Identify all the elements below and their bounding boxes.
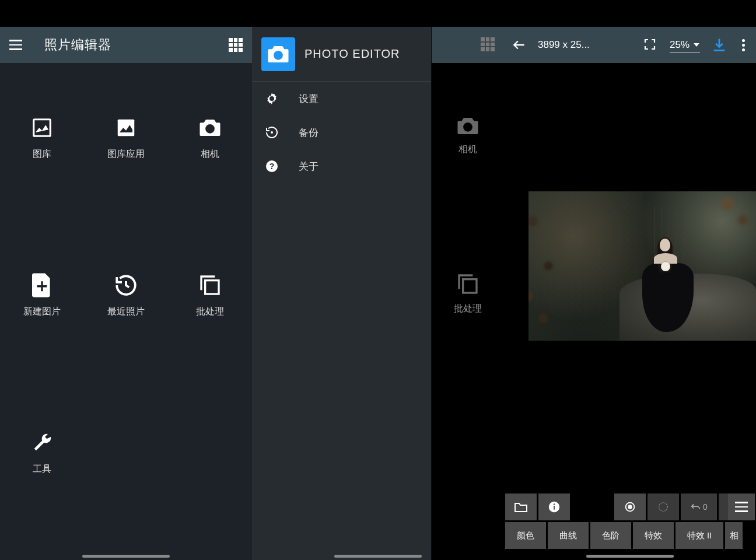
wrench-icon	[30, 430, 54, 455]
recent-label: 最近照片	[107, 306, 145, 318]
camera-button[interactable]: 相机	[168, 116, 252, 273]
svg-point-15	[628, 505, 632, 509]
gallery-icon	[30, 116, 54, 140]
svg-point-6	[274, 50, 283, 60]
svg-rect-3	[205, 281, 219, 294]
home-panel: 照片编辑器 图库 图库应用 相机 新建图片	[0, 0, 252, 560]
new-image-button[interactable]: 新建图片	[0, 273, 84, 430]
info-button[interactable]	[538, 494, 570, 520]
more-menu-button[interactable]	[736, 39, 750, 51]
svg-text:?: ?	[270, 162, 275, 171]
tab-effects2[interactable]: 特效 II	[676, 522, 723, 549]
batch-icon	[456, 272, 480, 296]
menu-icon[interactable]	[9, 37, 26, 53]
recent-button[interactable]: 最近照片	[84, 273, 168, 430]
home-toolbar: 照片编辑器	[0, 27, 252, 63]
batch-icon	[198, 273, 222, 298]
tab-color[interactable]: 颜色	[505, 522, 546, 549]
apps-grid-icon[interactable]	[229, 38, 243, 52]
chevron-down-icon	[693, 41, 700, 48]
gallery-app-label: 图库应用	[107, 148, 145, 160]
svg-point-4	[463, 123, 473, 132]
home-grid: 图库 图库应用 相机 新建图片 最近照片	[0, 63, 252, 560]
brightness-button[interactable]	[648, 494, 679, 520]
batch-button[interactable]: 批处理	[168, 273, 252, 430]
editor-panel: 3899 x 25... 25%	[504, 0, 756, 560]
bg-batch-item: 批处理	[454, 272, 482, 315]
drawer-header: PHOTO EDITOR	[252, 27, 431, 82]
drawer-panel: 相机 批处理 PHOTO EDITOR 设置 备份 ?	[252, 0, 504, 560]
batch-label: 批处理	[196, 306, 224, 318]
about-label: 关于	[299, 160, 318, 173]
svg-rect-5	[463, 279, 477, 293]
new-image-label: 新建图片	[23, 306, 61, 318]
svg-rect-12	[554, 506, 555, 509]
menu-fab-button[interactable]	[728, 494, 755, 520]
backup-item[interactable]: 备份	[252, 116, 431, 149]
camera-label: 相机	[201, 148, 219, 160]
svg-point-13	[554, 503, 555, 505]
canvas-area[interactable]	[504, 63, 756, 469]
settings-label: 设置	[299, 92, 318, 106]
tool-row-tabs: 颜色 曲线 色阶 特效 特效 II 相	[505, 522, 755, 549]
image-dimensions: 3899 x 25...	[538, 39, 590, 51]
gallery-app-button[interactable]: 图库应用	[84, 116, 168, 273]
target-button[interactable]	[614, 494, 646, 520]
editor-toolbar: 3899 x 25... 25%	[504, 27, 756, 63]
gear-icon	[264, 92, 280, 106]
svg-point-2	[205, 124, 215, 134]
tools-button[interactable]: 工具	[0, 430, 84, 560]
drawer-title: PHOTO EDITOR	[304, 47, 400, 61]
fullscreen-button[interactable]	[643, 37, 658, 52]
open-folder-button[interactable]	[505, 494, 537, 520]
home-indicator	[586, 555, 674, 558]
app-icon	[261, 37, 295, 71]
background-grid: 相机 批处理	[432, 93, 504, 315]
zoom-value: 25%	[670, 39, 690, 51]
back-button[interactable]	[510, 36, 528, 54]
tab-effects[interactable]: 特效	[633, 522, 674, 549]
home-indicator	[82, 555, 170, 558]
svg-point-8	[271, 131, 273, 134]
app-title: 照片编辑器	[44, 36, 111, 54]
tab-more-cut[interactable]: 相	[725, 522, 743, 549]
toolbar-gap	[572, 494, 612, 520]
gallery-button[interactable]: 图库	[0, 116, 84, 273]
bg-camera-label: 相机	[459, 144, 477, 156]
status-bar	[252, 0, 504, 27]
new-image-icon	[30, 273, 54, 298]
help-icon: ?	[264, 159, 280, 173]
about-item[interactable]: ? 关于	[252, 149, 431, 183]
recent-icon	[114, 273, 138, 298]
tab-levels[interactable]: 色阶	[590, 522, 631, 549]
status-bar	[0, 0, 252, 27]
settings-item[interactable]: 设置	[252, 82, 431, 116]
nav-drawer: PHOTO EDITOR 设置 备份 ? 关于	[252, 27, 432, 560]
backup-label: 备份	[299, 126, 318, 139]
bg-camera-item: 相机	[456, 116, 480, 156]
home-indicator	[334, 555, 422, 558]
camera-icon	[456, 116, 480, 136]
image-preview	[528, 191, 756, 341]
zoom-dropdown[interactable]: 25%	[670, 38, 700, 52]
tool-row-top: 0 0	[505, 494, 755, 520]
tools-label: 工具	[33, 463, 51, 475]
tool-rows: 0 0 颜色 曲线 色阶 特效 特效 II 相	[504, 494, 756, 551]
svg-point-16	[659, 503, 668, 512]
undo-button[interactable]: 0	[681, 494, 717, 520]
status-bar	[504, 0, 756, 27]
gallery-label: 图库	[33, 148, 51, 160]
bg-batch-label: 批处理	[454, 303, 482, 315]
apps-grid-icon[interactable]	[481, 37, 495, 51]
svg-rect-0	[34, 120, 51, 136]
svg-point-7	[270, 97, 274, 100]
restore-icon	[264, 125, 280, 139]
download-button[interactable]	[710, 36, 728, 54]
camera-icon	[198, 116, 222, 140]
svg-rect-1	[118, 120, 135, 136]
gallery-app-icon	[114, 116, 138, 140]
undo-count: 0	[703, 502, 708, 512]
tab-curves[interactable]: 曲线	[548, 522, 589, 549]
